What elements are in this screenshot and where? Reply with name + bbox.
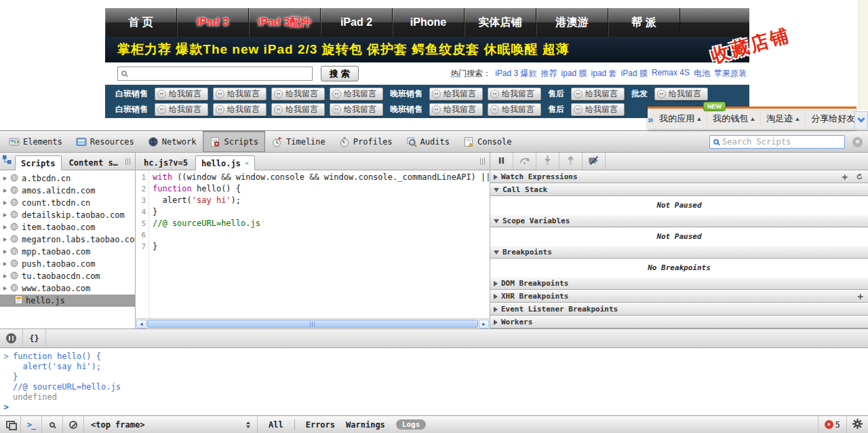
devtools-tab-audits[interactable]: Audits bbox=[399, 131, 456, 152]
hot-search-link[interactable]: ipad 套 bbox=[591, 68, 617, 79]
tree-item[interactable]: megatron.labs.taobao.com bbox=[0, 233, 135, 246]
leave-message-button[interactable]: 给我留言 bbox=[330, 103, 383, 116]
tree-item[interactable]: hello.js bbox=[0, 295, 135, 307]
scroll-left-icon[interactable]: ◀ bbox=[136, 320, 146, 328]
section-header[interactable]: Breakpoints bbox=[490, 246, 868, 259]
console-drawer[interactable]: >function hello() { alert('say hi'); } /… bbox=[0, 348, 868, 415]
leave-message-button[interactable]: 给我留言 bbox=[654, 88, 708, 100]
error-counter[interactable]: × 5 bbox=[818, 416, 846, 433]
tree-item[interactable]: push.taobao.com bbox=[0, 258, 135, 270]
leave-message-button[interactable]: 给我留言 bbox=[488, 88, 541, 100]
section-header[interactable]: Scope Variables bbox=[490, 214, 868, 227]
shop-nav-tab[interactable]: 港澳游 bbox=[536, 8, 608, 37]
leave-message-button[interactable]: 给我留言 bbox=[155, 103, 208, 116]
page-scrollbar[interactable] bbox=[859, 0, 868, 110]
section-header[interactable]: Event Listener Breakpoints bbox=[490, 303, 868, 316]
filter-errors[interactable]: Errors bbox=[306, 420, 335, 430]
leave-message-button[interactable]: 给我留言 bbox=[571, 88, 625, 100]
collapsed-arrow-icon[interactable] bbox=[3, 176, 7, 181]
editor-tab[interactable]: hello.js× bbox=[195, 155, 255, 170]
collapsed-arrow-icon[interactable] bbox=[3, 250, 7, 254]
step-over-button[interactable] bbox=[513, 153, 536, 170]
tree-item[interactable]: amos.alicdn.com bbox=[0, 185, 135, 197]
hot-search-link[interactable]: 苹果原装 bbox=[714, 68, 747, 79]
scrollbar-thumb[interactable] bbox=[147, 320, 478, 328]
hot-search-link[interactable]: ipad 膜 bbox=[561, 68, 587, 79]
settings-button[interactable] bbox=[846, 416, 868, 433]
leave-message-button[interactable]: 给我留言 bbox=[271, 103, 325, 116]
hot-search-link[interactable]: 电池 bbox=[694, 68, 710, 79]
add-icon[interactable]: + bbox=[842, 172, 848, 183]
leave-message-button[interactable]: 给我留言 bbox=[213, 88, 267, 100]
add-icon[interactable]: + bbox=[858, 291, 863, 302]
devtools-tab-elements[interactable]: Elements bbox=[2, 131, 69, 152]
deactivate-breakpoints-button[interactable] bbox=[583, 153, 606, 170]
leave-message-button[interactable]: 给我留言 bbox=[155, 88, 208, 100]
filter-logs[interactable]: Logs bbox=[396, 419, 427, 430]
search-button[interactable] bbox=[42, 416, 63, 433]
devtools-tab-timeline[interactable]: Timeline bbox=[265, 131, 332, 152]
leave-message-button[interactable]: 给我留言 bbox=[213, 103, 267, 116]
leave-message-button[interactable]: 给我留言 bbox=[330, 88, 383, 100]
console-toggle-button[interactable]: >_ bbox=[21, 416, 42, 433]
step-into-button[interactable] bbox=[536, 153, 559, 170]
leave-message-button[interactable]: 给我留言 bbox=[571, 103, 625, 116]
leave-message-button[interactable]: 给我留言 bbox=[271, 88, 325, 100]
sidebar-tab[interactable]: Scripts bbox=[15, 155, 62, 170]
close-devtools-icon[interactable]: × bbox=[852, 137, 863, 147]
tree-item[interactable]: www.taobao.com bbox=[0, 282, 135, 295]
section-header[interactable]: Call Stack bbox=[490, 183, 868, 196]
section-header[interactable]: Watch Expressions+ bbox=[490, 170, 868, 183]
collapsed-arrow-icon[interactable] bbox=[3, 189, 7, 193]
section-header[interactable]: Workers bbox=[490, 316, 868, 328]
scroll-right-icon[interactable]: ▶ bbox=[479, 320, 489, 328]
code-lines[interactable]: with ((window && window.console && windo… bbox=[149, 170, 490, 318]
collapsed-arrow-icon[interactable] bbox=[3, 201, 7, 205]
devtools-tab-scripts[interactable]: Scripts bbox=[203, 131, 265, 152]
pause-button[interactable] bbox=[490, 153, 513, 170]
scroll-down-button[interactable] bbox=[854, 111, 868, 130]
console-input[interactable]: > bbox=[3, 402, 868, 413]
pretty-print-button[interactable]: {} bbox=[23, 329, 46, 348]
collapsed-arrow-icon[interactable] bbox=[3, 262, 7, 266]
leave-message-button[interactable]: 给我留言 bbox=[429, 88, 483, 100]
popup-menu-item[interactable]: 我的钱包 bbox=[707, 112, 760, 126]
devtools-tab-profiles[interactable]: Profiles bbox=[332, 131, 399, 152]
shop-nav-tab[interactable]: 帮 派 bbox=[608, 8, 680, 37]
section-header[interactable]: DOM Breakpoints bbox=[490, 277, 868, 290]
collapsed-arrow-icon[interactable] bbox=[3, 213, 7, 217]
section-header[interactable]: XHR Breakpoints+ bbox=[490, 290, 868, 303]
leave-message-button[interactable]: 给我留言 bbox=[488, 103, 541, 116]
sidebar-tab[interactable]: Content s… bbox=[64, 155, 123, 170]
pause-on-exceptions-button[interactable] bbox=[0, 329, 23, 348]
tree-item[interactable]: a.tbcdn.cn bbox=[0, 172, 135, 185]
shop-nav-tab[interactable]: iPad 3 bbox=[177, 8, 249, 37]
collapsed-arrow-icon[interactable] bbox=[3, 238, 7, 242]
horizontal-scrollbar[interactable]: ◀ ▶ bbox=[136, 318, 490, 328]
step-out-button[interactable] bbox=[559, 153, 583, 170]
close-tab-icon[interactable]: × bbox=[245, 160, 250, 167]
tree-item[interactable]: mpp.taobao.com bbox=[0, 246, 135, 258]
tree-item[interactable]: tu.taobaocdn.com bbox=[0, 270, 135, 282]
tree-item[interactable]: count.tbcdn.cn bbox=[0, 197, 135, 209]
splitter-grip-icon[interactable] bbox=[125, 158, 132, 165]
popup-menu-item[interactable]: 淘足迹 bbox=[760, 112, 805, 126]
leave-message-button[interactable]: 给我留言 bbox=[429, 103, 483, 116]
editor-tab[interactable]: hc.js?v=5 bbox=[138, 155, 193, 170]
collapsed-arrow-icon[interactable] bbox=[3, 286, 7, 290]
hot-search-link[interactable]: iPad 3 爆款 bbox=[495, 68, 536, 79]
hot-search-link[interactable]: Remax 4S bbox=[652, 68, 690, 79]
popup-menu-item[interactable]: 我的应用 bbox=[653, 112, 707, 126]
file-tree-icon[interactable] bbox=[3, 155, 12, 166]
collapsed-arrow-icon[interactable] bbox=[3, 274, 7, 278]
tree-item[interactable]: detailskip.taobao.com bbox=[0, 209, 135, 221]
filter-warnings[interactable]: Warnings bbox=[346, 420, 385, 430]
shop-search-input[interactable] bbox=[130, 69, 312, 78]
shop-search-button[interactable]: 搜 索 bbox=[321, 66, 359, 81]
shop-nav-tab[interactable]: iPhone bbox=[393, 8, 465, 37]
hot-search-link[interactable]: iPad 膜 bbox=[621, 68, 648, 79]
filter-all[interactable]: All bbox=[269, 420, 283, 430]
shop-nav-tab[interactable]: 实体店铺 bbox=[465, 8, 536, 37]
devtools-tab-network[interactable]: Network bbox=[141, 131, 203, 152]
clear-console-button[interactable] bbox=[63, 416, 84, 433]
